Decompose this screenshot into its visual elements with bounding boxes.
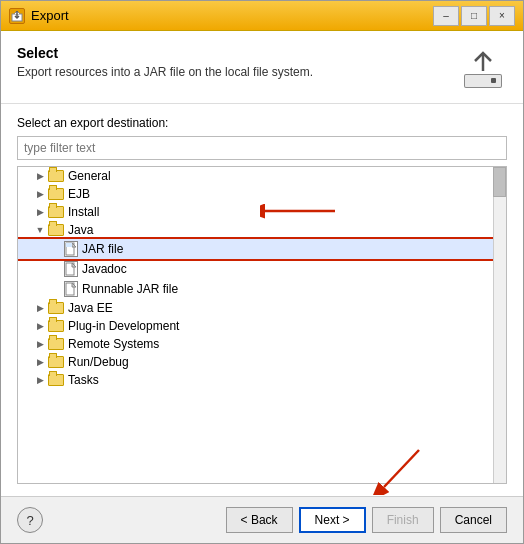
tree-label-remote-systems: Remote Systems: [68, 337, 159, 351]
tree-label-run-debug: Run/Debug: [68, 355, 129, 369]
folder-icon-tasks: [48, 374, 64, 386]
cancel-button[interactable]: Cancel: [440, 507, 507, 533]
folder-icon-ejb: [48, 188, 64, 200]
folder-icon-java-ee: [48, 302, 64, 314]
tree-item-runnable-jar[interactable]: Runnable JAR file: [18, 279, 506, 299]
file-icon-javadoc: [64, 261, 78, 277]
window-controls: – □ ×: [433, 6, 515, 26]
tree-arrow-plugin-dev: [34, 320, 46, 332]
window-title: Export: [31, 8, 433, 23]
tree-label-runnable-jar: Runnable JAR file: [82, 282, 178, 296]
scrollbar[interactable]: [493, 167, 506, 483]
tree-label-install: Install: [68, 205, 99, 219]
next-button[interactable]: Next >: [299, 507, 366, 533]
folder-icon-install: [48, 206, 64, 218]
tree-item-ejb[interactable]: EJB: [18, 185, 506, 203]
footer-right: < Back Next > Finish Cancel: [226, 507, 507, 533]
tree-arrow-ejb: [34, 188, 46, 200]
tree-label-ejb: EJB: [68, 187, 90, 201]
tree-label-java-ee: Java EE: [68, 301, 113, 315]
tree-item-plugin-dev[interactable]: Plug-in Development: [18, 317, 506, 335]
section-label: Select an export destination:: [17, 116, 507, 130]
tree-item-tasks[interactable]: Tasks: [18, 371, 506, 389]
tree-item-javadoc[interactable]: Javadoc: [18, 259, 506, 279]
close-button[interactable]: ×: [489, 6, 515, 26]
svg-rect-7: [66, 243, 72, 247]
tree-label-java: Java: [68, 223, 93, 237]
tree-arrow-remote-systems: [34, 338, 46, 350]
back-button[interactable]: < Back: [226, 507, 293, 533]
content-header: Select Export resources into a JAR file …: [1, 31, 523, 104]
tree-item-run-debug[interactable]: Run/Debug: [18, 353, 506, 371]
folder-icon-remote-systems: [48, 338, 64, 350]
svg-rect-5: [491, 78, 496, 83]
tree-arrow-run-debug: [34, 356, 46, 368]
filter-input[interactable]: [17, 136, 507, 160]
export-dialog: Export – □ × Select Export resources int…: [0, 0, 524, 544]
tree-item-java[interactable]: Java: [18, 221, 506, 239]
tree-item-java-ee[interactable]: Java EE: [18, 299, 506, 317]
tree-arrow-install: [34, 206, 46, 218]
file-icon-jar: [64, 241, 78, 257]
footer-left: ?: [17, 507, 43, 533]
tree-arrow-java-ee: [34, 302, 46, 314]
folder-icon-java: [48, 224, 64, 236]
footer: ? < Back Next > Finish Cancel: [1, 496, 523, 543]
upload-icon: [461, 47, 505, 91]
tree-item-remote-systems[interactable]: Remote Systems: [18, 335, 506, 353]
tree-item-install[interactable]: Install: [18, 203, 506, 221]
tree-arrow-java: [34, 224, 46, 236]
folder-icon-run-debug: [48, 356, 64, 368]
scrollbar-thumb[interactable]: [493, 167, 506, 197]
folder-icon-general: [48, 170, 64, 182]
tree-label-tasks: Tasks: [68, 373, 99, 387]
folder-icon-plugin-dev: [48, 320, 64, 332]
main-content: Select an export destination: General EJ…: [1, 104, 523, 496]
tree-label-javadoc: Javadoc: [82, 262, 127, 276]
tree-arrow-tasks: [34, 374, 46, 386]
tree-item-jar-file[interactable]: JAR file: [18, 239, 506, 259]
finish-button[interactable]: Finish: [372, 507, 434, 533]
tree-container[interactable]: General EJB Install Jav: [17, 166, 507, 484]
tree-label-jar-file: JAR file: [82, 242, 123, 256]
tree-arrow-general: [34, 170, 46, 182]
tree-item-general[interactable]: General: [18, 167, 506, 185]
maximize-button[interactable]: □: [461, 6, 487, 26]
header-icon: [459, 45, 507, 93]
page-title: Select: [17, 45, 313, 61]
tree-label-general: General: [68, 169, 111, 183]
window-icon: [9, 8, 25, 24]
title-bar: Export – □ ×: [1, 1, 523, 31]
minimize-button[interactable]: –: [433, 6, 459, 26]
tree-label-plugin-dev: Plug-in Development: [68, 319, 179, 333]
header-text: Select Export resources into a JAR file …: [17, 45, 313, 79]
file-icon-runnable: [64, 281, 78, 297]
help-button[interactable]: ?: [17, 507, 43, 533]
page-description: Export resources into a JAR file on the …: [17, 65, 313, 79]
